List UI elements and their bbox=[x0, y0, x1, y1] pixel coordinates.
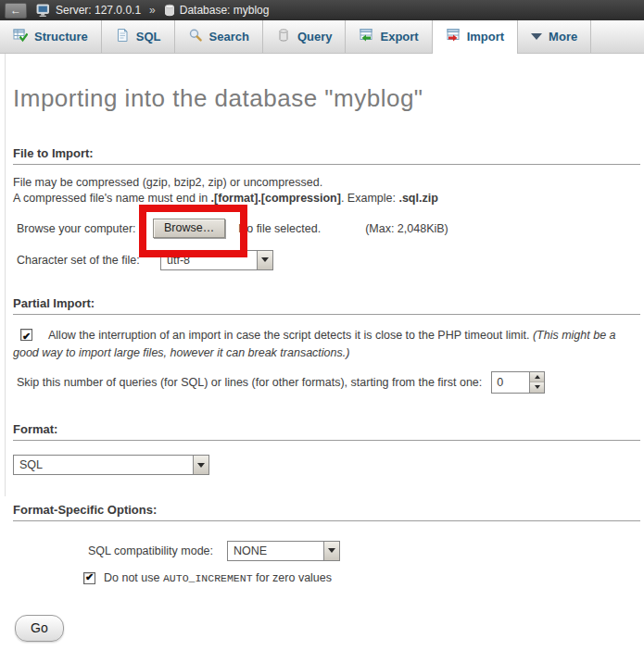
file-upload-row: Browse your computer: Browse… No file se… bbox=[17, 218, 644, 239]
skip-queries-value: 0 bbox=[492, 372, 529, 393]
breadcrumb-server-link[interactable]: Server: 127.0.0.1 bbox=[56, 4, 141, 17]
sql-compatibility-label: SQL compatibility mode: bbox=[88, 544, 227, 557]
breadcrumb: Server: 127.0.0.1 » Database: myblog bbox=[36, 4, 269, 18]
page-title: Importing into the database "myblog" bbox=[13, 84, 640, 112]
section-heading-partial-import: Partial Import: bbox=[13, 296, 640, 315]
tab-label: Structure bbox=[34, 30, 88, 44]
tab-bar-filler bbox=[591, 20, 644, 53]
query-icon bbox=[276, 28, 291, 45]
tab-query[interactable]: Query bbox=[263, 20, 347, 53]
charset-select-arrow-button[interactable] bbox=[257, 251, 272, 269]
sql-icon bbox=[115, 28, 130, 45]
breadcrumb-bar: ← Server: 127.0.0.1 » Database: myblog bbox=[0, 0, 644, 20]
compat-select-arrow-button[interactable] bbox=[323, 542, 339, 560]
chevron-down-icon bbox=[531, 33, 542, 40]
charset-row: Character set of the file: utf-8 bbox=[17, 249, 644, 270]
charset-select[interactable]: utf-8 bbox=[160, 250, 273, 270]
format-row: SQL bbox=[13, 455, 644, 475]
auto-increment-suffix: for zero values bbox=[253, 571, 332, 584]
sql-compatibility-select[interactable]: NONE bbox=[227, 541, 340, 561]
tab-label: Search bbox=[209, 30, 249, 44]
export-icon bbox=[359, 28, 373, 45]
tab-label: Export bbox=[380, 30, 418, 44]
browse-button[interactable]: Browse… bbox=[153, 219, 225, 238]
spinner-up-button[interactable] bbox=[530, 372, 544, 383]
tab-label: More bbox=[549, 30, 577, 44]
allow-interruption-checkbox[interactable] bbox=[20, 329, 32, 341]
spinner-down-button[interactable] bbox=[530, 382, 544, 393]
format-select-value: SQL bbox=[14, 456, 193, 474]
compression-format-pattern: .[format].[compression] bbox=[211, 192, 341, 205]
compression-line2-mid: . Example: bbox=[341, 192, 399, 205]
compression-line2-prefix: A compressed file's name must end in bbox=[13, 192, 211, 205]
auto-increment-code: AUTO_INCREMENT bbox=[163, 572, 253, 584]
file-compression-info: File may be compressed (gzip, bzip2, zip… bbox=[13, 175, 627, 206]
chevron-down-icon bbox=[197, 463, 205, 468]
section-heading-format-options: Format-Specific Options: bbox=[13, 503, 640, 521]
chevron-up-icon bbox=[535, 375, 540, 379]
skip-queries-row: Skip this number of queries (for SQL) or… bbox=[17, 370, 644, 394]
section-heading-format: Format: bbox=[13, 422, 640, 441]
auto-increment-row: Do not use AUTO_INCREMENT for zero value… bbox=[83, 571, 644, 584]
server-icon bbox=[36, 4, 51, 18]
tab-search[interactable]: Search bbox=[175, 20, 263, 53]
breadcrumb-separator: » bbox=[149, 4, 156, 17]
auto-increment-checkbox[interactable] bbox=[83, 572, 95, 584]
tab-label: Import bbox=[467, 30, 504, 44]
search-icon bbox=[188, 28, 203, 45]
browse-computer-label: Browse your computer: bbox=[17, 222, 153, 235]
spinner-buttons bbox=[529, 372, 544, 393]
compression-line1: File may be compressed (gzip, bzip2, zip… bbox=[13, 176, 322, 189]
chevron-down-icon bbox=[328, 548, 335, 553]
no-file-selected-text: No file selected. bbox=[238, 222, 321, 235]
auto-increment-prefix: Do not use bbox=[104, 571, 163, 584]
back-button[interactable]: ← bbox=[5, 3, 27, 19]
format-select-arrow-button[interactable] bbox=[193, 456, 208, 474]
section-heading-file-to-import: File to Import: bbox=[13, 146, 640, 165]
tab-label: SQL bbox=[136, 30, 161, 44]
compression-example: .sql.zip bbox=[398, 192, 437, 205]
structure-icon bbox=[13, 28, 28, 45]
breadcrumb-database-link[interactable]: Database: myblog bbox=[180, 4, 270, 17]
tab-more[interactable]: More bbox=[518, 20, 591, 53]
tab-export[interactable]: Export bbox=[346, 20, 432, 53]
tab-bar: Structure SQL Search bbox=[0, 20, 644, 54]
database-icon bbox=[164, 4, 175, 17]
go-button[interactable]: Go bbox=[15, 615, 64, 642]
skip-queries-input[interactable]: 0 bbox=[491, 371, 545, 394]
auto-increment-label: Do not use AUTO_INCREMENT for zero value… bbox=[104, 571, 332, 584]
max-upload-size: (Max: 2,048KiB) bbox=[365, 222, 448, 235]
content-left-border bbox=[5, 54, 6, 496]
chevron-down-icon bbox=[535, 385, 540, 389]
tab-import[interactable]: Import bbox=[433, 20, 518, 54]
allow-interruption-row: Allow the interruption of an import in c… bbox=[13, 327, 627, 362]
charset-label: Character set of the file: bbox=[17, 254, 160, 267]
tab-sql[interactable]: SQL bbox=[102, 20, 175, 53]
tab-structure[interactable]: Structure bbox=[0, 20, 102, 53]
skip-queries-label: Skip this number of queries (for SQL) or… bbox=[17, 376, 482, 389]
sql-compatibility-value: NONE bbox=[228, 542, 323, 560]
chevron-down-icon bbox=[261, 257, 269, 262]
format-select[interactable]: SQL bbox=[13, 455, 209, 475]
import-icon bbox=[446, 28, 461, 45]
sql-compatibility-row: SQL compatibility mode: NONE bbox=[88, 539, 644, 562]
charset-select-value: utf-8 bbox=[161, 251, 257, 269]
allow-interruption-text: Allow the interruption of an import in c… bbox=[48, 329, 533, 342]
tab-label: Query bbox=[297, 30, 333, 44]
